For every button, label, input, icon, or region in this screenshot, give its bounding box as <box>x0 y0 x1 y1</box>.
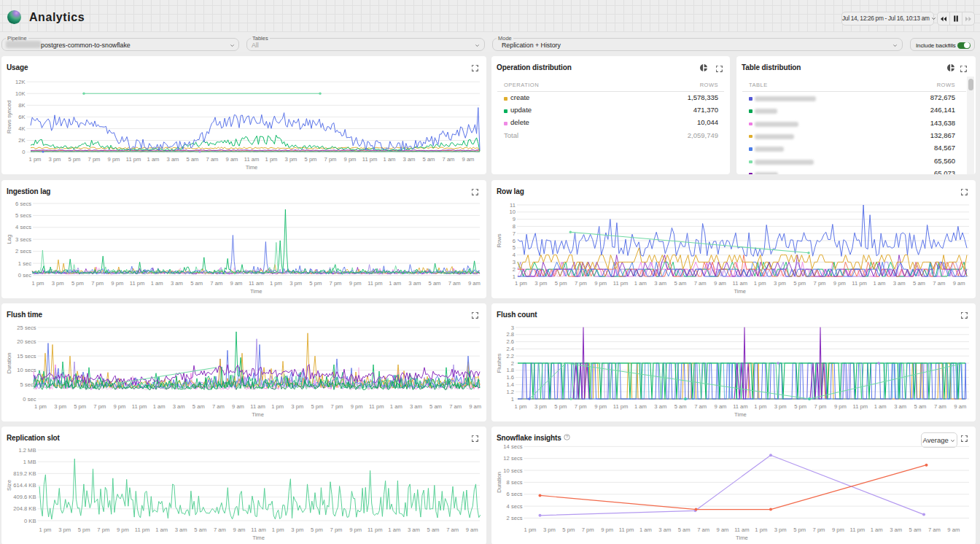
svg-text:9 am: 9 am <box>226 156 238 163</box>
svg-text:5 am: 5 am <box>913 280 925 287</box>
svg-text:3 am: 3 am <box>894 403 906 410</box>
svg-text:3 pm: 3 pm <box>534 280 547 287</box>
svg-text:1 am: 1 am <box>147 156 160 163</box>
svg-text:3 pm: 3 pm <box>54 403 66 410</box>
svg-text:7 pm: 7 pm <box>330 526 343 533</box>
svg-text:2 secs: 2 secs <box>15 248 31 254</box>
svg-text:3 pm: 3 pm <box>52 280 64 287</box>
svg-text:9 am: 9 am <box>717 526 729 533</box>
svg-text:5 pm: 5 pm <box>305 156 317 163</box>
svg-text:3 am: 3 am <box>654 403 666 410</box>
svg-text:9 am: 9 am <box>954 403 966 410</box>
svg-text:9 am: 9 am <box>947 526 960 533</box>
svg-text:1 pm: 1 pm <box>271 403 284 410</box>
svg-text:3 am: 3 am <box>403 156 416 163</box>
svg-text:9 pm: 9 pm <box>108 156 120 163</box>
svg-text:5: 5 <box>513 244 516 251</box>
svg-text:5 am: 5 am <box>678 526 691 533</box>
svg-text:Flushes: Flushes <box>496 354 502 373</box>
svg-text:Time: Time <box>734 411 747 418</box>
svg-text:1.8: 1.8 <box>506 367 514 373</box>
svg-text:3 pm: 3 pm <box>774 526 787 533</box>
svg-text:1.4: 1.4 <box>506 381 514 388</box>
svg-text:7 pm: 7 pm <box>93 403 106 410</box>
svg-text:1 pm: 1 pm <box>515 403 527 410</box>
svg-text:5 pm: 5 pm <box>554 403 567 410</box>
svg-text:11 am: 11 am <box>734 526 750 533</box>
svg-text:7 am: 7 am <box>214 526 226 533</box>
svg-text:3 am: 3 am <box>171 280 183 287</box>
svg-text:12K: 12K <box>15 79 26 85</box>
svg-text:5 am: 5 am <box>674 280 686 287</box>
svg-text:3: 3 <box>511 325 514 331</box>
svg-text:9 am: 9 am <box>715 403 727 410</box>
svg-text:9 pm: 9 pm <box>349 280 362 287</box>
svg-text:1 pm: 1 pm <box>265 156 278 163</box>
svg-text:9 pm: 9 pm <box>601 526 613 533</box>
svg-text:1 am: 1 am <box>153 403 166 410</box>
svg-text:Time: Time <box>252 411 264 418</box>
svg-text:12 secs: 12 secs <box>503 455 522 462</box>
svg-text:5 am: 5 am <box>192 403 205 410</box>
svg-text:1 am: 1 am <box>873 280 885 287</box>
svg-text:3 pm: 3 pm <box>291 526 303 533</box>
svg-text:614.4 KB: 614.4 KB <box>13 482 36 489</box>
svg-text:25 secs: 25 secs <box>17 325 36 331</box>
svg-text:1 sec: 1 sec <box>18 260 31 267</box>
svg-text:7 pm: 7 pm <box>97 526 109 533</box>
svg-text:11 am: 11 am <box>249 280 264 287</box>
svg-text:3 pm: 3 pm <box>285 156 298 163</box>
svg-text:9 am: 9 am <box>230 280 243 287</box>
svg-text:9 pm: 9 pm <box>834 403 847 410</box>
svg-text:3 am: 3 am <box>173 403 185 410</box>
svg-text:9 am: 9 am <box>468 280 481 287</box>
svg-text:7: 7 <box>513 230 516 237</box>
svg-text:3 pm: 3 pm <box>774 403 787 410</box>
svg-text:409.6 KB: 409.6 KB <box>13 494 36 500</box>
svg-text:11 pm: 11 pm <box>126 156 141 163</box>
svg-text:3 pm: 3 pm <box>58 526 71 533</box>
svg-text:2: 2 <box>511 360 514 367</box>
svg-text:11 pm: 11 pm <box>368 526 383 533</box>
svg-text:8 secs: 8 secs <box>507 479 523 486</box>
svg-text:3 am: 3 am <box>890 526 902 533</box>
svg-text:9 pm: 9 pm <box>113 403 125 410</box>
svg-text:1 MB: 1 MB <box>23 459 36 465</box>
svg-text:Time: Time <box>250 288 262 295</box>
svg-text:10K: 10K <box>15 90 26 97</box>
svg-text:9: 9 <box>513 216 516 222</box>
svg-text:1 pm: 1 pm <box>270 280 282 287</box>
svg-text:819.2 KB: 819.2 KB <box>13 470 36 477</box>
svg-text:0 sec: 0 sec <box>23 396 36 403</box>
svg-text:Time: Time <box>246 164 258 171</box>
svg-text:5 pm: 5 pm <box>78 526 90 533</box>
svg-text:11 pm: 11 pm <box>613 280 629 287</box>
svg-text:11 pm: 11 pm <box>613 403 629 410</box>
svg-text:7 am: 7 am <box>934 403 946 410</box>
svg-text:2: 2 <box>513 266 516 273</box>
svg-text:7 am: 7 am <box>443 156 455 163</box>
svg-text:1 am: 1 am <box>390 403 402 410</box>
svg-text:7 pm: 7 pm <box>575 280 587 287</box>
svg-text:Time: Time <box>734 288 747 295</box>
svg-text:4: 4 <box>513 252 516 258</box>
svg-text:5 pm: 5 pm <box>793 526 806 533</box>
svg-text:9 am: 9 am <box>714 280 726 287</box>
svg-text:1.6: 1.6 <box>506 374 514 381</box>
svg-text:Rows: Rows <box>496 233 502 247</box>
svg-text:11 pm: 11 pm <box>850 526 866 533</box>
svg-text:Time: Time <box>736 535 748 541</box>
svg-text:3 am: 3 am <box>175 526 187 533</box>
svg-text:3 am: 3 am <box>658 526 671 533</box>
svg-text:7 pm: 7 pm <box>814 403 827 410</box>
svg-text:6: 6 <box>513 238 516 244</box>
svg-text:2K: 2K <box>18 137 25 144</box>
svg-text:5 pm: 5 pm <box>74 403 86 410</box>
svg-text:9 am: 9 am <box>469 403 481 410</box>
svg-text:7 am: 7 am <box>694 280 707 287</box>
svg-text:9 pm: 9 pm <box>349 526 362 533</box>
svg-text:9 pm: 9 pm <box>594 280 607 287</box>
svg-text:9 am: 9 am <box>953 280 965 287</box>
svg-text:6 secs: 6 secs <box>507 491 523 497</box>
svg-text:11 am: 11 am <box>250 403 265 410</box>
